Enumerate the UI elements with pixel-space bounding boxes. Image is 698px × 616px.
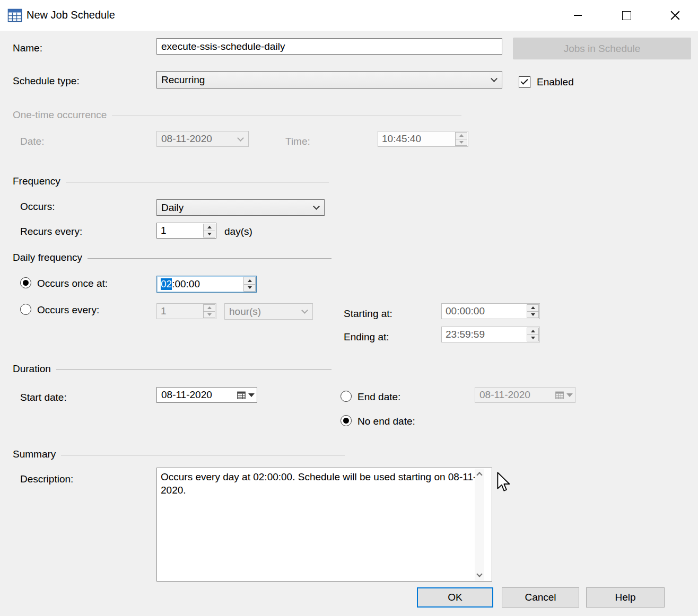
arrow-down-icon <box>531 313 535 316</box>
spin-up-button[interactable] <box>243 277 256 285</box>
spin-up-button[interactable] <box>203 224 215 231</box>
schedule-type-label: Schedule type: <box>13 75 80 87</box>
dropdown-arrow-icon <box>248 393 255 397</box>
arrow-down-icon <box>207 233 212 235</box>
spin-up-button[interactable] <box>527 304 539 312</box>
arrow-down-icon <box>459 141 464 144</box>
arrow-down-icon <box>531 337 535 339</box>
arrow-up-icon <box>248 279 252 282</box>
occurs-once-time-selected: 02 <box>161 278 172 290</box>
occurs-every-radio[interactable] <box>20 304 31 315</box>
recurs-unit-label: day(s) <box>224 226 252 237</box>
spin-up-button[interactable] <box>455 132 467 139</box>
occurs-once-radio[interactable] <box>20 277 31 288</box>
ending-at-spinner[interactable]: 23:59:59 <box>441 327 540 342</box>
no-end-date-radio[interactable] <box>341 415 352 426</box>
ok-button[interactable]: OK <box>417 587 493 608</box>
name-input[interactable]: execute-ssis-schedule-daily <box>156 38 502 55</box>
daily-frequency-title: Daily frequency <box>13 252 82 263</box>
cancel-button[interactable]: Cancel <box>502 587 579 608</box>
occurs-every-spinner[interactable]: 1 <box>156 303 216 319</box>
start-date-picker[interactable]: 08-11-2020 <box>156 387 257 403</box>
ending-at-value: 23:59:59 <box>446 329 485 340</box>
minimize-icon <box>574 15 582 16</box>
occurs-once-time-spinner[interactable]: 02:00:00 <box>156 276 257 293</box>
help-button[interactable]: Help <box>586 587 665 608</box>
arrow-up-icon <box>531 330 535 332</box>
occurs-every-unit-dropdown[interactable]: hour(s) <box>224 303 313 320</box>
spin-down-button[interactable] <box>527 312 539 319</box>
calendar-icon <box>555 391 564 399</box>
chevron-up-icon <box>476 472 482 478</box>
new-job-schedule-dialog: New Job Schedule Name: execute-ssis-sche… <box>0 0 698 616</box>
enabled-label: Enabled <box>537 76 574 88</box>
spin-down-button[interactable] <box>203 312 215 319</box>
arrow-up-icon <box>207 226 212 228</box>
time-label: Time: <box>285 136 310 147</box>
one-time-date-dropdown[interactable]: 08-11-2020 <box>156 131 249 147</box>
occurs-dropdown[interactable]: Daily <box>156 199 325 216</box>
calendar-icon <box>237 391 246 399</box>
minimize-button[interactable] <box>562 3 593 28</box>
enabled-checkbox[interactable] <box>519 76 530 88</box>
end-date-label: End date: <box>357 391 400 403</box>
occurs-every-label: Occurs every: <box>37 304 99 316</box>
date-label: Date: <box>20 136 44 147</box>
jobs-in-schedule-button[interactable]: Jobs in Schedule <box>513 38 691 59</box>
spin-down-button[interactable] <box>203 231 215 238</box>
end-date-picker[interactable]: 08-11-2020 <box>475 387 575 403</box>
jobs-in-schedule-label: Jobs in Schedule <box>564 43 641 55</box>
recurs-every-value: 1 <box>161 225 167 236</box>
chevron-down-icon <box>476 571 482 577</box>
one-time-occurrence-title: One-time occurrence <box>13 109 107 121</box>
chevron-down-icon <box>313 203 320 210</box>
recurs-every-spinner[interactable]: 1 <box>156 223 216 239</box>
maximize-icon <box>622 11 631 20</box>
end-date-radio[interactable] <box>341 391 352 402</box>
no-end-date-label: No end date: <box>357 416 415 427</box>
ending-at-label: Ending at: <box>344 331 389 343</box>
starting-at-label: Starting at: <box>344 308 392 320</box>
chevron-down-icon <box>301 307 308 314</box>
close-icon <box>670 10 680 21</box>
occurs-every-unit-value: hour(s) <box>229 306 261 318</box>
starting-at-value: 00:00:00 <box>446 305 485 317</box>
occurs-label: Occurs: <box>20 201 55 213</box>
title-bar: New Job Schedule <box>0 0 698 31</box>
starting-at-spinner[interactable]: 00:00:00 <box>441 303 540 319</box>
window-title: New Job Schedule <box>27 9 115 21</box>
summary-title: Summary <box>13 448 56 460</box>
description-value: Occurs every day at 02:00:00. Schedule w… <box>161 471 476 496</box>
close-button[interactable] <box>660 3 691 28</box>
one-time-time-spinner[interactable]: 10:45:40 <box>378 131 468 147</box>
spin-up-button[interactable] <box>527 328 539 335</box>
maximize-button[interactable] <box>611 3 642 28</box>
arrow-up-icon <box>459 134 464 137</box>
one-time-time-value: 10:45:40 <box>382 133 421 145</box>
recurs-every-label: Recurs every: <box>20 226 82 237</box>
occurs-once-time-rest: :00:00 <box>172 278 200 290</box>
description-textarea[interactable]: Occurs every day at 02:00:00. Schedule w… <box>156 468 492 582</box>
scroll-down-button[interactable] <box>475 570 484 580</box>
help-label: Help <box>615 592 635 603</box>
arrow-up-icon <box>531 306 535 309</box>
arrow-down-icon <box>207 313 212 316</box>
description-scrollbar[interactable] <box>475 469 484 580</box>
spin-down-button[interactable] <box>527 335 539 342</box>
scroll-up-button[interactable] <box>475 469 484 479</box>
chevron-down-icon <box>237 135 244 142</box>
spin-up-button[interactable] <box>203 304 215 312</box>
spin-down-button[interactable] <box>455 139 467 146</box>
duration-group-header: Duration <box>13 363 331 375</box>
occurs-value: Daily <box>161 202 184 214</box>
name-label: Name: <box>13 42 42 54</box>
occurs-once-label: Occurs once at: <box>37 278 108 289</box>
start-date-value: 08-11-2020 <box>161 389 212 401</box>
arrow-down-icon <box>248 286 252 289</box>
spin-down-button[interactable] <box>243 285 256 292</box>
chevron-down-icon <box>491 75 498 82</box>
schedule-grid-icon <box>7 8 22 23</box>
dropdown-arrow-icon <box>566 393 573 397</box>
schedule-type-dropdown[interactable]: Recurring <box>156 71 502 89</box>
duration-title: Duration <box>13 363 51 375</box>
